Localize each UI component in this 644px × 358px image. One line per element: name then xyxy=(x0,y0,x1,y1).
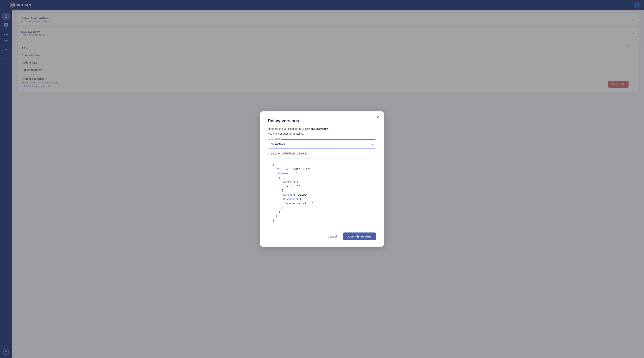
modal-description: Here are the versions for the policy MyN… xyxy=(268,127,376,131)
use-this-version-button[interactable]: Use this version xyxy=(343,233,376,240)
versions-label: Versions xyxy=(270,138,281,140)
description-prefix: Here are the versions for the policy xyxy=(268,127,310,130)
policy-name-bold: MyNewPolicy xyxy=(310,127,328,130)
policy-versions-modal: ✕ Policy versions Here are the versions … xyxy=(260,111,384,247)
created-on-text: Created on 09/10/2024, 13:56:32 xyxy=(268,152,376,155)
created-on-label: Created on xyxy=(268,152,281,155)
cancel-button[interactable]: Cancel xyxy=(324,233,340,240)
modal-sub-description: You can set another as active. xyxy=(268,132,376,135)
modal-title: Policy versions xyxy=(268,118,376,123)
created-on-value: 09/10/2024, 13:56:32 xyxy=(282,152,308,155)
description-suffix: . xyxy=(328,127,328,130)
modal-footer: Cancel Use this version xyxy=(268,233,376,240)
versions-select[interactable]: v1 v2 (active) v3 xyxy=(268,139,376,148)
versions-field: Versions v1 v2 (active) v3 ⌄ xyxy=(268,139,376,148)
modal-overlay: ✕ Policy versions Here are the versions … xyxy=(0,0,644,358)
json-code-block: { "Version": "2012-10-17", "Statement": … xyxy=(268,159,376,227)
modal-close-button[interactable]: ✕ xyxy=(377,115,380,119)
